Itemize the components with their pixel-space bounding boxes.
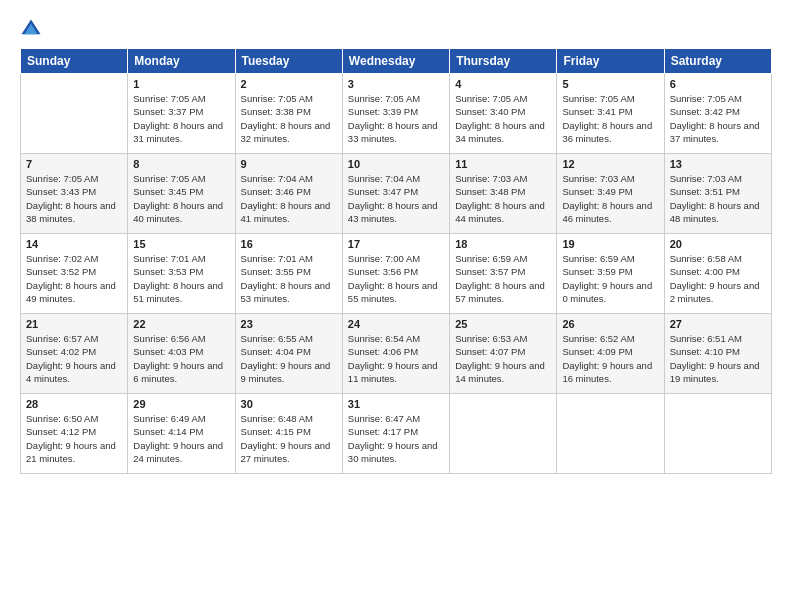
calendar-cell	[664, 394, 771, 474]
day-number: 20	[670, 238, 766, 250]
calendar-cell: 22Sunrise: 6:56 AMSunset: 4:03 PMDayligh…	[128, 314, 235, 394]
week-row-3: 14Sunrise: 7:02 AMSunset: 3:52 PMDayligh…	[21, 234, 772, 314]
week-row-2: 7Sunrise: 7:05 AMSunset: 3:43 PMDaylight…	[21, 154, 772, 234]
calendar-cell: 24Sunrise: 6:54 AMSunset: 4:06 PMDayligh…	[342, 314, 449, 394]
calendar-cell: 7Sunrise: 7:05 AMSunset: 3:43 PMDaylight…	[21, 154, 128, 234]
calendar-cell: 13Sunrise: 7:03 AMSunset: 3:51 PMDayligh…	[664, 154, 771, 234]
day-info: Sunrise: 7:05 AMSunset: 3:38 PMDaylight:…	[241, 92, 337, 145]
day-info: Sunrise: 7:05 AMSunset: 3:41 PMDaylight:…	[562, 92, 658, 145]
weekday-header-friday: Friday	[557, 49, 664, 74]
day-number: 19	[562, 238, 658, 250]
calendar-cell: 28Sunrise: 6:50 AMSunset: 4:12 PMDayligh…	[21, 394, 128, 474]
calendar-cell: 31Sunrise: 6:47 AMSunset: 4:17 PMDayligh…	[342, 394, 449, 474]
day-number: 2	[241, 78, 337, 90]
weekday-header-tuesday: Tuesday	[235, 49, 342, 74]
calendar-cell	[450, 394, 557, 474]
day-number: 25	[455, 318, 551, 330]
day-info: Sunrise: 6:51 AMSunset: 4:10 PMDaylight:…	[670, 332, 766, 385]
calendar-cell: 6Sunrise: 7:05 AMSunset: 3:42 PMDaylight…	[664, 74, 771, 154]
week-row-1: 1Sunrise: 7:05 AMSunset: 3:37 PMDaylight…	[21, 74, 772, 154]
day-number: 3	[348, 78, 444, 90]
day-number: 24	[348, 318, 444, 330]
weekday-header-monday: Monday	[128, 49, 235, 74]
day-info: Sunrise: 7:03 AMSunset: 3:49 PMDaylight:…	[562, 172, 658, 225]
day-info: Sunrise: 6:54 AMSunset: 4:06 PMDaylight:…	[348, 332, 444, 385]
calendar-cell: 27Sunrise: 6:51 AMSunset: 4:10 PMDayligh…	[664, 314, 771, 394]
day-number: 27	[670, 318, 766, 330]
day-info: Sunrise: 6:57 AMSunset: 4:02 PMDaylight:…	[26, 332, 122, 385]
day-number: 9	[241, 158, 337, 170]
day-number: 30	[241, 398, 337, 410]
day-info: Sunrise: 6:55 AMSunset: 4:04 PMDaylight:…	[241, 332, 337, 385]
calendar-cell: 26Sunrise: 6:52 AMSunset: 4:09 PMDayligh…	[557, 314, 664, 394]
calendar-cell: 5Sunrise: 7:05 AMSunset: 3:41 PMDaylight…	[557, 74, 664, 154]
calendar-cell: 29Sunrise: 6:49 AMSunset: 4:14 PMDayligh…	[128, 394, 235, 474]
day-number: 16	[241, 238, 337, 250]
day-number: 8	[133, 158, 229, 170]
weekday-header-thursday: Thursday	[450, 49, 557, 74]
day-number: 11	[455, 158, 551, 170]
calendar-cell: 23Sunrise: 6:55 AMSunset: 4:04 PMDayligh…	[235, 314, 342, 394]
day-info: Sunrise: 6:48 AMSunset: 4:15 PMDaylight:…	[241, 412, 337, 465]
day-info: Sunrise: 7:01 AMSunset: 3:55 PMDaylight:…	[241, 252, 337, 305]
day-number: 31	[348, 398, 444, 410]
day-number: 14	[26, 238, 122, 250]
day-info: Sunrise: 6:58 AMSunset: 4:00 PMDaylight:…	[670, 252, 766, 305]
day-number: 10	[348, 158, 444, 170]
calendar-cell: 17Sunrise: 7:00 AMSunset: 3:56 PMDayligh…	[342, 234, 449, 314]
calendar-cell: 12Sunrise: 7:03 AMSunset: 3:49 PMDayligh…	[557, 154, 664, 234]
day-info: Sunrise: 6:59 AMSunset: 3:57 PMDaylight:…	[455, 252, 551, 305]
day-info: Sunrise: 7:05 AMSunset: 3:39 PMDaylight:…	[348, 92, 444, 145]
calendar-cell: 10Sunrise: 7:04 AMSunset: 3:47 PMDayligh…	[342, 154, 449, 234]
week-row-5: 28Sunrise: 6:50 AMSunset: 4:12 PMDayligh…	[21, 394, 772, 474]
calendar-cell: 14Sunrise: 7:02 AMSunset: 3:52 PMDayligh…	[21, 234, 128, 314]
calendar-cell: 30Sunrise: 6:48 AMSunset: 4:15 PMDayligh…	[235, 394, 342, 474]
calendar-cell: 11Sunrise: 7:03 AMSunset: 3:48 PMDayligh…	[450, 154, 557, 234]
day-info: Sunrise: 6:53 AMSunset: 4:07 PMDaylight:…	[455, 332, 551, 385]
calendar-cell: 1Sunrise: 7:05 AMSunset: 3:37 PMDaylight…	[128, 74, 235, 154]
day-info: Sunrise: 6:47 AMSunset: 4:17 PMDaylight:…	[348, 412, 444, 465]
day-info: Sunrise: 7:05 AMSunset: 3:37 PMDaylight:…	[133, 92, 229, 145]
day-number: 4	[455, 78, 551, 90]
calendar-cell: 8Sunrise: 7:05 AMSunset: 3:45 PMDaylight…	[128, 154, 235, 234]
calendar-cell: 15Sunrise: 7:01 AMSunset: 3:53 PMDayligh…	[128, 234, 235, 314]
weekday-header-saturday: Saturday	[664, 49, 771, 74]
header	[20, 18, 772, 40]
day-info: Sunrise: 6:50 AMSunset: 4:12 PMDaylight:…	[26, 412, 122, 465]
day-number: 21	[26, 318, 122, 330]
day-info: Sunrise: 7:04 AMSunset: 3:47 PMDaylight:…	[348, 172, 444, 225]
day-info: Sunrise: 7:01 AMSunset: 3:53 PMDaylight:…	[133, 252, 229, 305]
calendar-cell: 16Sunrise: 7:01 AMSunset: 3:55 PMDayligh…	[235, 234, 342, 314]
calendar-cell: 2Sunrise: 7:05 AMSunset: 3:38 PMDaylight…	[235, 74, 342, 154]
day-info: Sunrise: 7:03 AMSunset: 3:51 PMDaylight:…	[670, 172, 766, 225]
day-info: Sunrise: 6:59 AMSunset: 3:59 PMDaylight:…	[562, 252, 658, 305]
calendar-cell: 25Sunrise: 6:53 AMSunset: 4:07 PMDayligh…	[450, 314, 557, 394]
day-number: 26	[562, 318, 658, 330]
day-number: 28	[26, 398, 122, 410]
day-info: Sunrise: 7:02 AMSunset: 3:52 PMDaylight:…	[26, 252, 122, 305]
day-info: Sunrise: 6:49 AMSunset: 4:14 PMDaylight:…	[133, 412, 229, 465]
day-number: 1	[133, 78, 229, 90]
calendar-cell	[21, 74, 128, 154]
day-number: 22	[133, 318, 229, 330]
day-number: 12	[562, 158, 658, 170]
day-number: 5	[562, 78, 658, 90]
day-number: 6	[670, 78, 766, 90]
weekday-header-wednesday: Wednesday	[342, 49, 449, 74]
logo-icon	[20, 18, 42, 40]
day-info: Sunrise: 7:04 AMSunset: 3:46 PMDaylight:…	[241, 172, 337, 225]
calendar-table: SundayMondayTuesdayWednesdayThursdayFrid…	[20, 48, 772, 474]
day-number: 18	[455, 238, 551, 250]
day-info: Sunrise: 7:05 AMSunset: 3:40 PMDaylight:…	[455, 92, 551, 145]
calendar-cell: 20Sunrise: 6:58 AMSunset: 4:00 PMDayligh…	[664, 234, 771, 314]
day-info: Sunrise: 7:05 AMSunset: 3:45 PMDaylight:…	[133, 172, 229, 225]
day-number: 23	[241, 318, 337, 330]
calendar-cell: 19Sunrise: 6:59 AMSunset: 3:59 PMDayligh…	[557, 234, 664, 314]
calendar-cell: 3Sunrise: 7:05 AMSunset: 3:39 PMDaylight…	[342, 74, 449, 154]
calendar-cell: 9Sunrise: 7:04 AMSunset: 3:46 PMDaylight…	[235, 154, 342, 234]
day-number: 7	[26, 158, 122, 170]
day-info: Sunrise: 6:52 AMSunset: 4:09 PMDaylight:…	[562, 332, 658, 385]
day-number: 29	[133, 398, 229, 410]
day-info: Sunrise: 7:05 AMSunset: 3:43 PMDaylight:…	[26, 172, 122, 225]
day-number: 13	[670, 158, 766, 170]
